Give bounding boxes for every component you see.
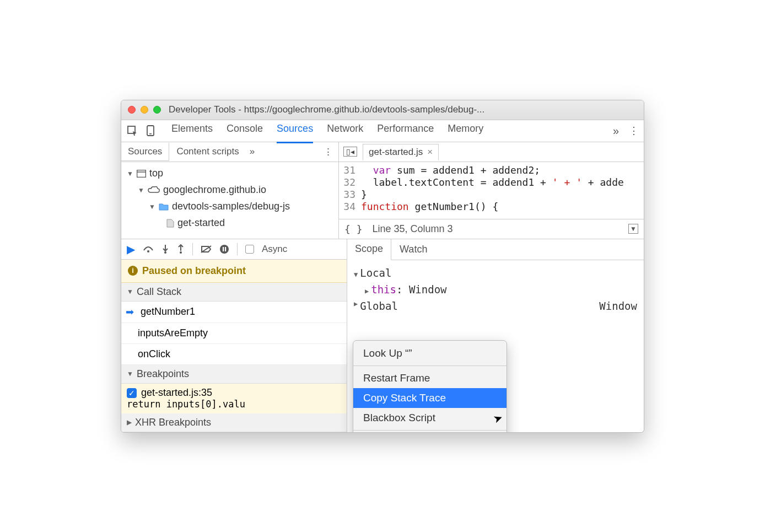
svg-rect-2	[149, 133, 152, 135]
code-editor: ▯◂ get-started.js× 31 var sum = addend1 …	[339, 142, 644, 239]
titlebar: Developer Tools - https://googlechrome.g…	[121, 100, 644, 120]
step-over-icon[interactable]	[143, 245, 154, 254]
tab-scope[interactable]: Scope	[347, 239, 391, 260]
more-subtabs-icon[interactable]: »	[250, 146, 255, 157]
context-menu-item[interactable]: Look Up “”	[353, 343, 507, 363]
svg-point-11	[220, 245, 229, 254]
call-stack-header[interactable]: ▼Call Stack	[121, 283, 347, 302]
navigator-panel: Sources Content scripts » ⋮ ▼top ▼google…	[121, 142, 339, 239]
file-icon	[166, 219, 174, 228]
svg-rect-13	[225, 247, 226, 251]
tab-network[interactable]: Network	[327, 123, 363, 138]
navigator-tabs: Sources Content scripts » ⋮	[121, 142, 338, 162]
settings-kebab-icon[interactable]: ⋮	[629, 125, 638, 137]
scope-global[interactable]: ▶GlobalWindow	[354, 298, 637, 314]
folder-icon	[159, 203, 169, 211]
svg-rect-12	[223, 247, 224, 251]
tab-sources[interactable]: Sources	[277, 123, 313, 143]
debugger-left: ▶ Async i Paused on breakpoint ▼Call Sta…	[121, 239, 347, 432]
resume-icon[interactable]: ▶	[127, 243, 135, 256]
scope-local[interactable]: ▼Local	[354, 265, 637, 281]
close-icon[interactable]	[128, 106, 136, 114]
close-tab-icon[interactable]: ×	[427, 147, 433, 158]
step-into-icon[interactable]	[161, 244, 169, 254]
device-toggle-icon[interactable]	[146, 125, 155, 136]
file-tree: ▼top ▼googlechrome.github.io ▼devtools-s…	[121, 162, 338, 235]
async-checkbox[interactable]	[245, 245, 254, 254]
tree-row-file[interactable]: get-started	[127, 215, 333, 232]
panel-tabs: Elements Console Sources Network Perform…	[171, 123, 607, 138]
svg-rect-3	[137, 170, 146, 177]
deactivate-breakpoints-icon[interactable]	[201, 245, 212, 254]
subtab-sources[interactable]: Sources	[121, 143, 169, 161]
editor-tab[interactable]: get-started.js×	[363, 144, 439, 160]
stack-frame[interactable]: getNumber1	[121, 302, 347, 323]
tab-console[interactable]: Console	[227, 123, 263, 138]
expand-icon[interactable]: ▼	[628, 224, 638, 234]
context-menu: Look Up “”Restart FrameCopy Stack TraceB…	[353, 340, 507, 433]
stack-frame[interactable]: inputsAreEmpty	[121, 323, 347, 344]
breakpoint-item[interactable]: ✓get-started.js:35 return inputs[0].valu	[121, 384, 347, 413]
info-icon: i	[128, 266, 138, 276]
async-label: Async	[262, 244, 287, 255]
svg-point-7	[164, 251, 166, 254]
tab-watch[interactable]: Watch	[391, 239, 435, 260]
scope-tabs: Scope Watch	[347, 239, 644, 260]
sidebar-toggle-icon[interactable]: ▯◂	[343, 147, 357, 157]
pretty-print-icon[interactable]: { }	[344, 223, 363, 235]
cloud-icon	[148, 186, 160, 194]
subtab-content-scripts[interactable]: Content scripts	[169, 142, 246, 161]
select-element-icon[interactable]	[127, 125, 138, 136]
navigator-kebab-icon[interactable]: ⋮	[324, 146, 333, 158]
more-tabs-icon[interactable]: »	[613, 125, 619, 137]
step-out-icon[interactable]	[177, 244, 185, 254]
main-toolbar: Elements Console Sources Network Perform…	[121, 120, 644, 142]
context-menu-item[interactable]: Copy Stack Trace	[353, 388, 507, 408]
editor-status: { } Line 35, Column 3 ▼	[339, 219, 644, 239]
editor-tabs: ▯◂ get-started.js×	[339, 142, 644, 162]
debugger-controls: ▶ Async	[121, 239, 347, 260]
pause-on-exception-icon[interactable]	[219, 244, 229, 254]
paused-banner: i Paused on breakpoint	[121, 260, 347, 283]
xhr-breakpoints-header[interactable]: ▶XHR Breakpoints	[121, 413, 347, 432]
scope-body: ▼Local ▶this: Window ▶GlobalWindow	[347, 260, 644, 319]
cursor-position: Line 35, Column 3	[373, 223, 453, 235]
breakpoints-header[interactable]: ▼Breakpoints	[121, 365, 347, 384]
code-area[interactable]: 31 var sum = addend1 + addend2;32 label.…	[339, 162, 644, 219]
devtools-window: Developer Tools - https://googlechrome.g…	[121, 100, 644, 433]
window-icon	[137, 170, 146, 178]
svg-point-5	[147, 250, 149, 252]
tree-row-top[interactable]: ▼top	[127, 165, 333, 182]
window-title: Developer Tools - https://googlechrome.g…	[169, 104, 484, 115]
tab-memory[interactable]: Memory	[448, 123, 483, 138]
tree-row-folder[interactable]: ▼devtools-samples/debug-js	[127, 198, 333, 215]
tree-row-domain[interactable]: ▼googlechrome.github.io	[127, 182, 333, 198]
context-menu-item[interactable]: Blackbox Script	[353, 408, 507, 428]
maximize-icon[interactable]	[153, 106, 161, 114]
svg-point-9	[180, 251, 182, 254]
scope-this[interactable]: ▶this: Window	[354, 281, 637, 298]
tab-elements[interactable]: Elements	[171, 123, 213, 138]
context-menu-item[interactable]: Restart Frame	[353, 368, 507, 388]
minimize-icon[interactable]	[141, 106, 148, 114]
stack-frame[interactable]: onClick	[121, 344, 347, 365]
tab-performance[interactable]: Performance	[377, 123, 434, 138]
